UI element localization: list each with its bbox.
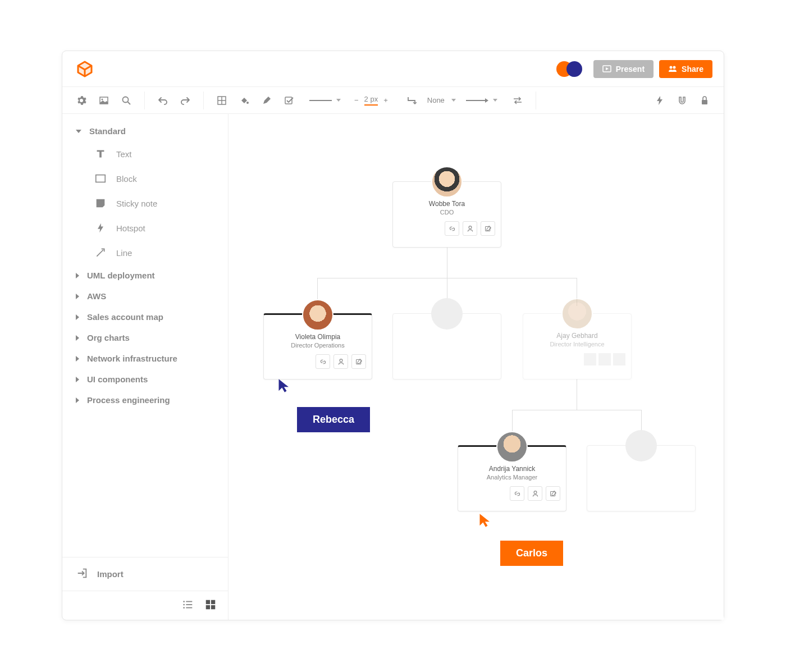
placeholder-icon (598, 353, 611, 365)
category-org[interactable]: Org charts (62, 327, 228, 348)
checklist-icon[interactable] (279, 90, 299, 111)
svg-rect-26 (211, 605, 215, 609)
present-button[interactable]: Present (593, 60, 654, 78)
svg-rect-22 (186, 607, 192, 608)
placeholder-icon (584, 353, 596, 365)
person-name: Wobbe Tora (393, 200, 501, 208)
lock-icon[interactable] (694, 90, 715, 111)
svg-line-6 (128, 102, 131, 104)
person-icon[interactable] (528, 486, 542, 501)
toolbar: − 2 px + None (62, 87, 724, 114)
shape-text[interactable]: Text (94, 141, 228, 166)
caret-down-icon (493, 99, 497, 102)
hotspot-icon (94, 221, 107, 235)
category-network[interactable]: Network infrastructure (62, 348, 228, 369)
chevron-right-icon (76, 356, 79, 362)
fill-icon[interactable] (234, 90, 254, 111)
grid-view-icon[interactable] (204, 598, 217, 613)
pencil-icon[interactable] (257, 90, 277, 111)
placeholder-icon (613, 353, 625, 365)
magnet-icon[interactable] (672, 90, 692, 111)
undo-icon[interactable] (153, 90, 173, 111)
chevron-down-icon (76, 130, 81, 133)
stroke-width-value[interactable]: 2 px (364, 95, 378, 106)
shape-line[interactable]: Line (94, 240, 228, 265)
svg-point-5 (123, 97, 129, 102)
caret-down-icon (336, 99, 341, 102)
stroke-plus[interactable]: + (380, 96, 391, 104)
svg-point-29 (340, 359, 342, 362)
svg-rect-25 (206, 605, 210, 609)
svg-line-16 (97, 250, 103, 257)
shape-sticky-note[interactable]: Sticky note (94, 191, 228, 216)
chevron-right-icon (76, 314, 79, 320)
grid-icon[interactable] (212, 90, 232, 111)
list-view-icon[interactable] (182, 598, 194, 613)
swap-icon[interactable] (508, 90, 528, 111)
svg-point-4 (102, 98, 103, 100)
svg-rect-24 (211, 600, 215, 604)
category-process[interactable]: Process engineering (62, 390, 228, 410)
avatar (496, 431, 528, 463)
view-toggle (62, 591, 228, 620)
org-card-placeholder[interactable] (587, 445, 696, 511)
avatar (431, 166, 463, 198)
arrow-style-selector[interactable] (466, 98, 497, 103)
settings-icon[interactable] (71, 90, 92, 111)
shape-hotspot[interactable]: Hotspot (94, 216, 228, 240)
category-standard[interactable]: Standard (62, 121, 228, 141)
remote-cursor-rebecca (277, 378, 293, 396)
stroke-minus[interactable]: − (351, 96, 362, 104)
search-icon[interactable] (116, 90, 136, 111)
svg-rect-20 (186, 604, 192, 605)
link-icon[interactable] (510, 486, 524, 501)
topbar: Present Share (62, 51, 724, 87)
block-icon (94, 172, 107, 185)
svg-point-19 (183, 604, 185, 605)
edit-icon[interactable] (481, 221, 495, 236)
person-name: Andrija Yannick (458, 465, 566, 473)
sticky-note-icon (94, 196, 107, 210)
presence-user-2 (566, 61, 582, 77)
svg-point-1 (670, 66, 673, 68)
org-card-left[interactable]: Violeta Olimpia Director Operations (263, 313, 372, 380)
org-card-placeholder[interactable] (392, 313, 501, 380)
svg-point-2 (673, 66, 676, 68)
person-icon[interactable] (333, 354, 348, 369)
avatar-placeholder (431, 298, 463, 330)
line-style-selector[interactable] (309, 99, 341, 102)
person-name: Violeta Olimpia (264, 333, 372, 341)
edit-icon[interactable] (351, 354, 366, 369)
image-icon[interactable] (94, 90, 114, 111)
svg-rect-15 (96, 175, 106, 182)
person-title: Director Operations (264, 342, 372, 349)
canvas[interactable]: Wobbe Tora CDO Violeta Olimpia Director … (229, 114, 724, 620)
connector (577, 379, 577, 410)
person-icon[interactable] (463, 221, 477, 236)
org-card-root[interactable]: Wobbe Tora CDO (392, 181, 501, 248)
redo-icon[interactable] (175, 90, 195, 111)
svg-point-17 (183, 601, 185, 602)
chevron-right-icon (76, 377, 79, 382)
svg-rect-18 (186, 601, 192, 602)
person-title: Analytics Manager (458, 474, 566, 481)
import-button[interactable]: Import (62, 557, 228, 591)
category-ui[interactable]: UI components (62, 369, 228, 390)
share-button[interactable]: Share (659, 60, 712, 78)
link-icon[interactable] (445, 221, 459, 236)
lightning-icon[interactable] (650, 90, 670, 111)
line-routing-icon[interactable] (401, 90, 422, 111)
person-title: CDO (393, 209, 501, 216)
presence-indicators (556, 61, 582, 77)
import-icon (76, 567, 88, 582)
edit-icon[interactable] (546, 486, 560, 501)
shape-block[interactable]: Block (94, 166, 228, 191)
org-card-right[interactable]: Ajay Gebhard Director Intelligence (523, 313, 632, 380)
category-aws[interactable]: AWS (62, 286, 228, 307)
category-sales[interactable]: Sales account map (62, 307, 228, 327)
people-icon (668, 65, 677, 74)
org-card-child[interactable]: Andrija Yannick Analytics Manager (458, 445, 566, 511)
category-uml[interactable]: UML deployment (62, 265, 228, 286)
link-icon[interactable] (316, 354, 330, 369)
line-end-value[interactable]: None (424, 96, 448, 104)
